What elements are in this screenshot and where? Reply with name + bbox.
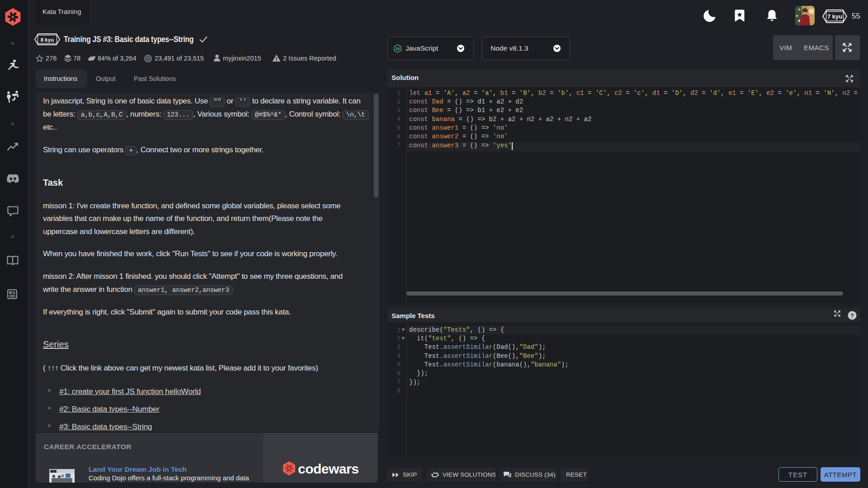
svg-text:?: ? bbox=[850, 312, 854, 319]
svg-text:JS: JS bbox=[395, 47, 400, 51]
svg-text:8 kyu: 8 kyu bbox=[41, 37, 54, 42]
svg-text:7 kyu: 7 kyu bbox=[827, 13, 842, 20]
